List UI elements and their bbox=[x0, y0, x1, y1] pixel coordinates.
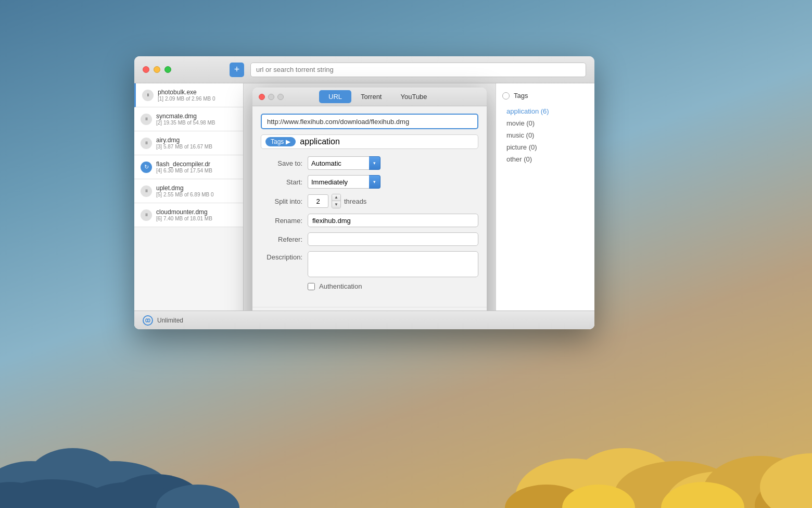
description-textarea[interactable] bbox=[308, 251, 478, 277]
download-item: ↻ flash_decompiler.dr [4] 6.30 MB of 17.… bbox=[134, 155, 243, 179]
split-label: Split into: bbox=[261, 197, 308, 205]
tab-torrent[interactable]: Torrent bbox=[351, 90, 391, 103]
save-to-select[interactable]: Automatic Desktop Downloads bbox=[308, 156, 369, 170]
description-row: Description: bbox=[261, 251, 478, 277]
add-url-modal: URL Torrent YouTube Tags ▶ bbox=[252, 88, 487, 329]
pause-button[interactable]: ⏸ bbox=[141, 114, 152, 125]
modal-maximize-button[interactable] bbox=[277, 94, 284, 100]
save-to-row: Save to: Automatic Desktop Downloads ▾ bbox=[261, 156, 478, 170]
modal-traffic-lights bbox=[259, 94, 284, 100]
download-name: uplet.dmg bbox=[156, 184, 237, 192]
stepper-buttons: ▲ ▼ bbox=[332, 194, 341, 208]
download-name: syncmate.dmg bbox=[156, 113, 237, 120]
search-input[interactable] bbox=[250, 63, 586, 77]
download-name: cloudmounter.dmg bbox=[156, 208, 237, 216]
threads-label: threads bbox=[344, 197, 366, 205]
download-progress: [5] 2.55 MB of 6.89 MB 0 bbox=[156, 192, 237, 197]
split-row: Split into: ▲ ▼ threads bbox=[261, 194, 478, 208]
download-list: ⏸ photobulk.exe [1] 2.09 MB of 2.96 MB 0… bbox=[134, 83, 244, 329]
tags-pill-label: Tags bbox=[271, 138, 284, 145]
download-progress: [3] 5.87 MB of 16.67 MB bbox=[156, 144, 237, 150]
pause-button[interactable]: ⏸ bbox=[141, 209, 152, 221]
tags-sidebar: Tags application (6) movie (0) music (0)… bbox=[496, 83, 594, 329]
save-to-arrow-button[interactable]: ▾ bbox=[369, 156, 380, 170]
center-area: URL Torrent YouTube Tags ▶ bbox=[244, 83, 496, 329]
refresh-button[interactable]: ↻ bbox=[141, 162, 152, 173]
save-to-label: Save to: bbox=[261, 159, 308, 167]
url-input-container bbox=[261, 114, 478, 129]
modal-body: Tags ▶ application Save to: Automatic De… bbox=[252, 106, 487, 305]
modal-minimize-button[interactable] bbox=[268, 94, 274, 100]
pause-button[interactable]: ⏸ bbox=[141, 185, 152, 197]
chevron-down-icon: ▾ bbox=[373, 179, 376, 184]
tags-row: Tags ▶ application bbox=[261, 134, 478, 149]
auth-label: Authentication bbox=[319, 282, 362, 290]
download-item: ⏸ uplet.dmg [5] 2.55 MB of 6.89 MB 0 bbox=[134, 179, 243, 203]
url-input[interactable] bbox=[261, 114, 478, 129]
app-window: + ⏸ photobulk.exe [1] 2.09 MB of 2.96 MB… bbox=[134, 56, 594, 329]
tag-item-movie[interactable]: movie (0) bbox=[502, 118, 588, 129]
referer-label: Referer: bbox=[261, 236, 308, 243]
start-select[interactable]: Immediately Manually bbox=[308, 175, 369, 189]
description-label: Description: bbox=[261, 251, 308, 261]
unlimited-icon bbox=[143, 315, 153, 326]
threads-stepper[interactable] bbox=[308, 194, 328, 208]
start-label: Start: bbox=[261, 178, 308, 186]
chevron-down-icon: ▾ bbox=[373, 160, 376, 166]
download-item: ⏸ airy.dmg [3] 5.87 MB of 16.67 MB bbox=[134, 131, 243, 155]
download-progress: [4] 6.30 MB of 17.54 MB bbox=[156, 168, 237, 174]
rename-label: Rename: bbox=[261, 217, 308, 225]
download-item: ⏸ photobulk.exe [1] 2.09 MB of 2.96 MB 0 bbox=[134, 83, 243, 107]
close-button[interactable] bbox=[143, 66, 149, 73]
download-item: ⏸ cloudmounter.dmg [6] 7.40 MB of 18.01 … bbox=[134, 203, 243, 227]
tags-arrow-icon: ▶ bbox=[286, 138, 290, 145]
tag-item-application[interactable]: application (6) bbox=[502, 106, 588, 117]
tags-value: application bbox=[300, 137, 340, 146]
pause-button[interactable]: ⏸ bbox=[141, 138, 152, 149]
modal-titlebar: URL Torrent YouTube bbox=[252, 88, 487, 106]
tag-item-other[interactable]: other (0) bbox=[502, 154, 588, 165]
start-select-container: Immediately Manually ▾ bbox=[308, 175, 380, 189]
download-name: photobulk.exe bbox=[158, 89, 237, 96]
tags-radio[interactable] bbox=[502, 92, 510, 100]
tags-pill[interactable]: Tags ▶ bbox=[265, 137, 296, 146]
download-name: airy.dmg bbox=[156, 137, 237, 144]
pause-button[interactable]: ⏸ bbox=[142, 90, 154, 101]
start-row: Start: Immediately Manually ▾ bbox=[261, 175, 478, 189]
traffic-lights bbox=[143, 66, 171, 73]
stepper-up-button[interactable]: ▲ bbox=[332, 194, 340, 201]
auth-checkbox[interactable] bbox=[308, 283, 315, 290]
download-progress: [2] 19.35 MB of 54.98 MB bbox=[156, 120, 237, 126]
rename-input[interactable] bbox=[308, 214, 478, 227]
referer-row: Referer: bbox=[261, 232, 478, 246]
tags-header: Tags bbox=[502, 92, 588, 100]
stepper-container: ▲ ▼ threads bbox=[308, 194, 366, 208]
tab-url[interactable]: URL bbox=[319, 90, 351, 103]
stepper-down-button[interactable]: ▼ bbox=[332, 201, 340, 208]
referer-input[interactable] bbox=[308, 232, 478, 246]
tag-item-picture[interactable]: picture (0) bbox=[502, 142, 588, 153]
modal-close-button[interactable] bbox=[259, 94, 265, 100]
minimize-button[interactable] bbox=[154, 66, 160, 73]
download-progress: [1] 2.09 MB of 2.96 MB 0 bbox=[158, 96, 237, 102]
save-to-select-container: Automatic Desktop Downloads ▾ bbox=[308, 156, 380, 170]
title-bar: + bbox=[134, 56, 594, 83]
auth-row: Authentication bbox=[308, 282, 478, 290]
tags-title: Tags bbox=[514, 92, 528, 100]
bottom-bar: Unlimited bbox=[134, 311, 594, 329]
tag-item-music[interactable]: music (0) bbox=[502, 130, 588, 141]
maximize-button[interactable] bbox=[164, 66, 171, 73]
main-content: ⏸ photobulk.exe [1] 2.09 MB of 2.96 MB 0… bbox=[134, 83, 594, 329]
add-download-button[interactable]: + bbox=[230, 63, 244, 77]
start-arrow-button[interactable]: ▾ bbox=[369, 175, 380, 189]
rename-row: Rename: bbox=[261, 214, 478, 227]
download-item: ⏸ syncmate.dmg [2] 19.35 MB of 54.98 MB bbox=[134, 107, 243, 131]
tab-youtube[interactable]: YouTube bbox=[391, 90, 436, 103]
download-progress: [6] 7.40 MB of 18.01 MB bbox=[156, 216, 237, 221]
unlimited-label: Unlimited bbox=[157, 317, 183, 324]
download-name: flash_decompiler.dr bbox=[156, 160, 237, 168]
